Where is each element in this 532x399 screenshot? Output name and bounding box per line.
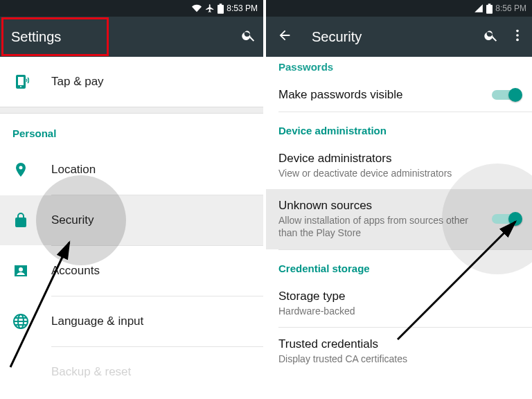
setting-label: Backup & reset xyxy=(51,365,131,379)
back-icon[interactable] xyxy=(277,28,292,46)
setting-title: Make passwords visible xyxy=(278,88,479,102)
app-title: Settings xyxy=(11,29,61,45)
airplane-icon xyxy=(205,3,215,13)
statusbar-time: 8:53 PM xyxy=(227,3,258,13)
battery-icon xyxy=(486,3,493,14)
app-title: Security xyxy=(312,29,362,45)
setting-security[interactable]: Security xyxy=(0,195,263,245)
section-header-personal: Personal xyxy=(0,114,263,145)
setting-subtitle: Hardware-backed xyxy=(278,305,479,317)
toggle-switch[interactable] xyxy=(492,212,520,226)
setting-title: Unknown sources xyxy=(278,199,479,213)
setting-trusted-credentials[interactable]: Trusted credentials Display trusted CA c… xyxy=(266,328,532,375)
setting-label: Location xyxy=(51,163,96,177)
overflow-icon[interactable] xyxy=(510,28,525,46)
toggle-switch[interactable] xyxy=(492,88,520,102)
setting-subtitle: Allow installation of apps from sources … xyxy=(278,214,479,239)
svg-rect-0 xyxy=(218,5,224,14)
search-icon[interactable] xyxy=(241,28,256,46)
search-icon[interactable] xyxy=(484,28,499,46)
statusbar-time: 8:56 PM xyxy=(495,3,526,13)
setting-label: Tap & pay xyxy=(51,75,104,89)
setting-device-administrators[interactable]: Device administrators View or deactivate… xyxy=(266,142,532,189)
setting-label: Language & input xyxy=(51,314,143,328)
section-header-passwords: Passwords xyxy=(266,57,532,78)
svg-point-10 xyxy=(516,39,519,42)
setting-tap-and-pay[interactable]: Tap & pay xyxy=(0,57,263,107)
signal-icon xyxy=(474,3,484,13)
lock-icon xyxy=(12,212,51,229)
section-header-device-admin: Device administration xyxy=(266,112,532,142)
tap-and-pay-icon xyxy=(12,73,51,90)
settings-screen: 8:53 PM Settings Tap & pay Personal Loca… xyxy=(0,0,266,399)
setting-storage-type[interactable]: Storage type Hardware-backed xyxy=(266,280,532,327)
globe-icon xyxy=(12,313,51,330)
section-header-credential: Credential storage xyxy=(266,250,532,280)
setting-title: Storage type xyxy=(278,290,479,303)
settings-list[interactable]: Tap & pay Personal Location Security Acc… xyxy=(0,57,263,397)
setting-backup[interactable]: Backup & reset xyxy=(0,347,263,397)
svg-rect-1 xyxy=(220,3,222,5)
setting-accounts[interactable]: Accounts xyxy=(0,246,263,296)
setting-title: Trusted credentials xyxy=(278,337,479,351)
svg-point-8 xyxy=(516,30,519,33)
setting-subtitle: Display trusted CA certificates xyxy=(278,353,479,365)
accounts-icon xyxy=(12,263,51,279)
setting-make-passwords-visible[interactable]: Make passwords visible xyxy=(266,78,532,112)
svg-rect-6 xyxy=(486,5,493,14)
svg-point-2 xyxy=(19,267,23,272)
setting-location[interactable]: Location xyxy=(0,145,263,195)
app-bar: Settings xyxy=(0,17,263,57)
location-icon xyxy=(12,161,51,178)
status-bar: 8:56 PM xyxy=(266,0,532,17)
svg-point-9 xyxy=(516,34,519,37)
svg-rect-7 xyxy=(488,3,491,5)
security-screen: 8:56 PM Security Passwords Make password… xyxy=(266,0,532,399)
setting-language[interactable]: Language & input xyxy=(0,296,263,346)
status-bar: 8:53 PM xyxy=(0,0,263,17)
setting-label: Accounts xyxy=(51,264,100,278)
setting-unknown-sources[interactable]: Unknown sources Allow installation of ap… xyxy=(266,189,532,249)
wifi-icon xyxy=(191,3,202,13)
battery-icon xyxy=(218,3,224,14)
setting-subtitle: View or deactivate device administrators xyxy=(278,167,479,179)
setting-title: Device administrators xyxy=(278,152,479,166)
setting-label: Security xyxy=(51,213,94,227)
divider xyxy=(0,107,263,114)
app-bar: Security xyxy=(266,17,532,57)
